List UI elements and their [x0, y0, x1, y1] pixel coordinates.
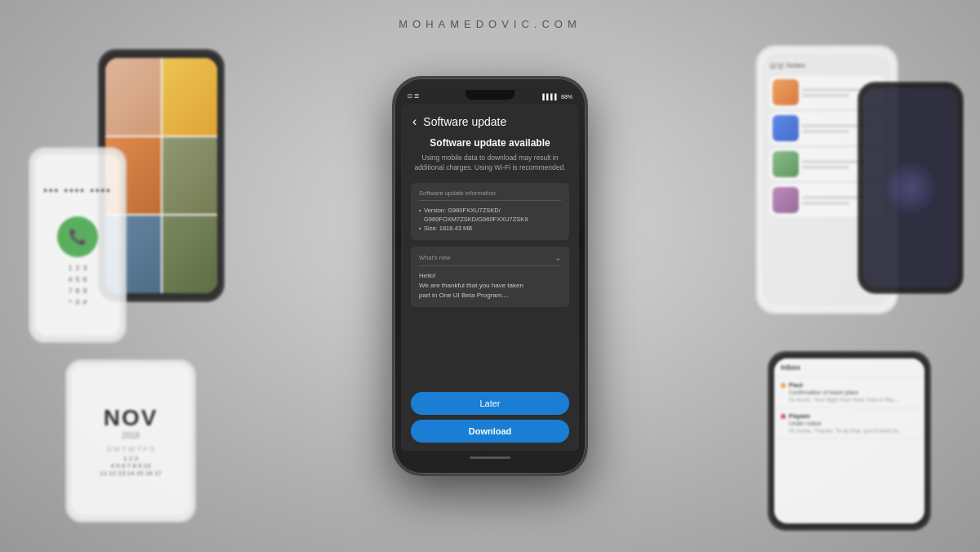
- update-content: Software update available Using mobile d…: [401, 137, 579, 385]
- signal-icon: ▌▌▌▌: [542, 94, 559, 100]
- bg-phone-left-mid: ••• •••• •••• 📞 123 456 789 *0#: [29, 147, 127, 343]
- bg-phone-right-dark: [858, 82, 964, 294]
- home-bar: [401, 451, 579, 464]
- version-info: Version: G960FXXU7ZSKD/ G960FOXM7ZSKD/G9…: [419, 206, 561, 225]
- phone-screen: ‹ Software update Software update availa…: [401, 105, 579, 451]
- status-icons-right: ▌▌▌▌ 88%: [542, 94, 572, 100]
- back-button[interactable]: ‹: [412, 114, 416, 129]
- bg-phone-right-bot: Inbox Paul Confirmation of travel plans …: [768, 351, 931, 531]
- phone-buttons: Later Download: [401, 385, 579, 451]
- watermark: MOHAMEDOVIC.COM: [399, 18, 581, 30]
- whats-new-box: What's new ⌄ Hello! We are thankful that…: [411, 247, 569, 307]
- phone-notch: [466, 90, 514, 100]
- main-phone: ⊡ ☰ 09:23 ▌▌▌▌ 88% ‹ Software update Sof…: [392, 76, 588, 476]
- whats-new-content: Hello! We are thankful that you have tak…: [419, 271, 561, 300]
- software-info-box: Software update information Version: G96…: [411, 183, 569, 240]
- app-header: ‹ Software update: [401, 105, 579, 137]
- notification-icon: ⊡ ☰: [408, 93, 419, 100]
- update-subtitle: Using mobile data to download may result…: [411, 154, 569, 173]
- whats-new-header: What's new ⌄: [419, 253, 561, 266]
- status-icons-left: ⊡ ☰: [408, 93, 419, 100]
- whats-new-title: What's new: [419, 254, 451, 261]
- download-button[interactable]: Download: [411, 420, 569, 443]
- update-available-title: Software update available: [411, 137, 569, 149]
- app-title: Software update: [423, 115, 506, 128]
- info-box-title: Software update information: [419, 189, 561, 201]
- later-button[interactable]: Later: [411, 392, 569, 415]
- bg-phone-left-bot: NOV 2018 S M T W T F S 1 2 3 4 5 6 7 8 9…: [65, 359, 196, 523]
- home-bar-line: [470, 456, 510, 459]
- battery-icon: 88%: [561, 94, 572, 100]
- size-info: Size: 1818.43 MB: [419, 224, 561, 233]
- chevron-down-icon[interactable]: ⌄: [555, 253, 561, 262]
